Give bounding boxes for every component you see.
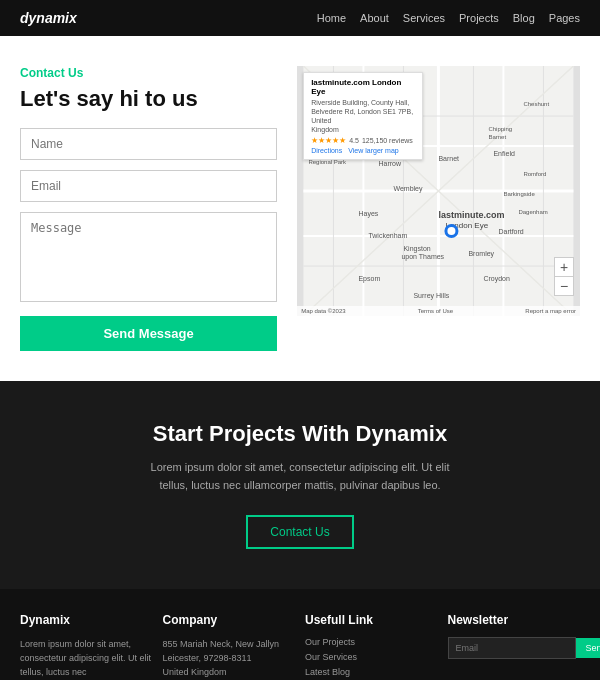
footer-links-title: Usefull Link [305, 613, 438, 627]
promo-contact-button[interactable]: Contact Us [246, 515, 353, 549]
footer-links-col: Usefull Link Our Projects Our Services L… [305, 613, 438, 680]
svg-text:Dartford: Dartford [499, 228, 524, 235]
map-popup-title: lastminute.com London Eye [311, 78, 415, 96]
map-rating: 4.5 [349, 137, 359, 144]
map-side: Edgware Cheshunt Chipping Barnet Enfield… [297, 66, 580, 351]
map-container[interactable]: Edgware Cheshunt Chipping Barnet Enfield… [297, 66, 580, 316]
footer-address-line1: 855 Mariah Neck, New Jallyn [163, 639, 280, 649]
zoom-out-button[interactable]: − [555, 277, 573, 295]
send-message-button[interactable]: Send Message [20, 316, 277, 351]
nav-services[interactable]: Services [403, 12, 445, 24]
footer-columns: Dynamix Lorem ipsum dolor sit amet, cons… [20, 613, 580, 680]
footer-brand-col: Dynamix Lorem ipsum dolor sit amet, cons… [20, 613, 153, 680]
directions-link[interactable]: Directions [311, 147, 342, 154]
map-bottom-bar: Map data ©2023 Terms of Use Report a map… [297, 306, 580, 316]
footer-send-button[interactable]: Send [576, 638, 601, 658]
map-popup: lastminute.com London Eye Riverside Buil… [303, 72, 423, 160]
svg-text:Barnet: Barnet [439, 155, 460, 162]
footer-newsletter-col: Newsletter Send [448, 613, 581, 680]
logo: dynamix [20, 10, 77, 26]
svg-point-40 [448, 227, 456, 235]
larger-map-link[interactable]: View larger map [348, 147, 398, 154]
svg-text:Twickenham: Twickenham [369, 232, 408, 239]
footer-company-col: Company 855 Mariah Neck, New Jallyn Leic… [163, 613, 296, 680]
promo-text: Lorem ipsum dolor sit amet, consectetur … [150, 459, 450, 494]
svg-text:lastminute.com: lastminute.com [439, 210, 505, 220]
map-data-label: Map data ©2023 [301, 308, 345, 314]
nav-blog[interactable]: Blog [513, 12, 535, 24]
svg-text:Croydon: Croydon [484, 275, 511, 283]
svg-text:Cheshunt: Cheshunt [524, 101, 550, 107]
promo-title: Start Projects With Dynamix [20, 421, 580, 447]
svg-text:Romford: Romford [524, 171, 547, 177]
footer-email-input[interactable] [448, 637, 576, 659]
footer-brand-name: Dynamix [20, 613, 153, 627]
email-input[interactable] [20, 170, 277, 202]
footer-link-services[interactable]: Our Services [305, 652, 438, 662]
svg-text:Surrey Hills: Surrey Hills [414, 292, 450, 300]
nav-projects[interactable]: Projects [459, 12, 499, 24]
footer-company-title: Company [163, 613, 296, 627]
message-input[interactable] [20, 212, 277, 302]
svg-text:Enfield: Enfield [494, 150, 516, 157]
footer-newsletter-title: Newsletter [448, 613, 581, 627]
contact-label: Contact Us [20, 66, 277, 80]
header: dynamix Home About Services Projects Blo… [0, 0, 600, 36]
footer-company-address: 855 Mariah Neck, New Jallyn Leicester, 9… [163, 637, 296, 680]
contact-title: Let's say hi to us [20, 86, 277, 112]
contact-form-side: Contact Us Let's say hi to us Send Messa… [20, 66, 277, 351]
svg-text:Hayes: Hayes [359, 210, 379, 218]
name-input[interactable] [20, 128, 277, 160]
map-zoom-controls: + − [554, 257, 574, 296]
svg-text:Chipping: Chipping [489, 126, 513, 132]
nav-pages[interactable]: Pages [549, 12, 580, 24]
svg-text:Kingston: Kingston [404, 245, 431, 253]
svg-text:Dagenham: Dagenham [519, 209, 548, 215]
footer-link-blog[interactable]: Latest Blog [305, 667, 438, 677]
footer-newsletter-row: Send [448, 637, 581, 659]
map-reviews: 125,150 reviews [362, 137, 413, 144]
footer-address-line3: United Kingdom [163, 667, 227, 677]
contact-section: Contact Us Let's say hi to us Send Messa… [0, 36, 600, 381]
footer-brand-description: Lorem ipsum dolor sit amet, consectetur … [20, 637, 153, 680]
zoom-in-button[interactable]: + [555, 258, 573, 276]
footer-link-projects[interactable]: Our Projects [305, 637, 438, 647]
svg-text:Wembley: Wembley [394, 185, 424, 193]
svg-text:Harrow: Harrow [379, 160, 403, 167]
map-stars: ★★★★★ [311, 136, 346, 145]
nav-home[interactable]: Home [317, 12, 346, 24]
svg-text:upon Thames: upon Thames [402, 253, 445, 261]
map-report-label: Report a map error [525, 308, 576, 314]
main-nav: Home About Services Projects Blog Pages [317, 12, 580, 24]
footer-address-line2: Leicester, 97298-8311 [163, 653, 252, 663]
map-popup-address: Riverside Building, County Hall,Belveder… [311, 98, 415, 134]
svg-text:Epsom: Epsom [359, 275, 381, 283]
map-terms-label: Terms of Use [418, 308, 453, 314]
svg-text:Barkingside: Barkingside [504, 191, 536, 197]
nav-about[interactable]: About [360, 12, 389, 24]
svg-text:Barnet: Barnet [489, 134, 507, 140]
promo-section: Start Projects With Dynamix Lorem ipsum … [0, 381, 600, 588]
svg-text:Bromley: Bromley [469, 250, 495, 258]
footer: Dynamix Lorem ipsum dolor sit amet, cons… [0, 589, 600, 680]
